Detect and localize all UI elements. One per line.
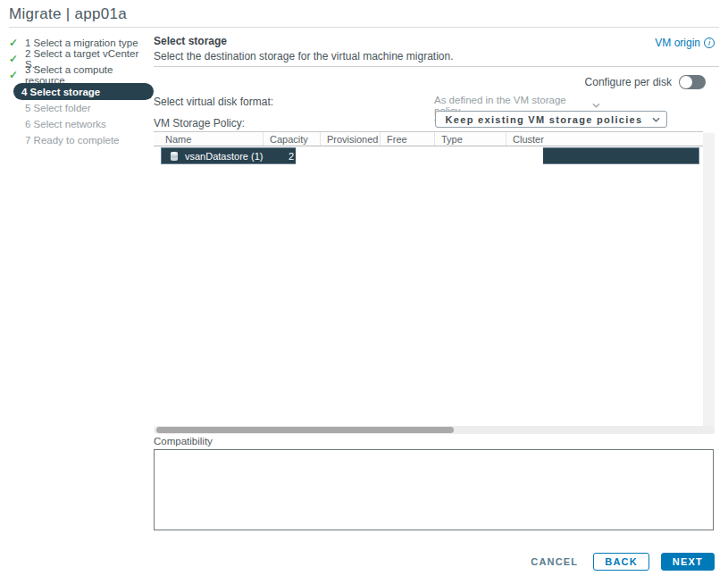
step-label: 5 Select folder [25,103,91,113]
column-header-name[interactable]: Name [154,132,264,146]
dialog-title: Migrate | app01a [9,5,127,23]
check-icon: ✓ [9,69,18,81]
disk-format-label: Select virtual disk format: [154,96,273,108]
datastore-icon [169,151,180,162]
step-label: 1 Select a migration type [25,38,138,48]
step-ready-to-complete[interactable]: 7 Ready to complete [7,132,154,148]
datastore-table-body: vsanDatastore (1) 2 [154,147,703,425]
chevron-down-icon [652,117,660,122]
page-subtitle: Select the destination storage for the v… [154,50,454,63]
step-select-folder[interactable]: 5 Select folder [7,100,154,116]
compatibility-panel [154,449,714,530]
cancel-button[interactable]: CANCEL [527,553,582,571]
footer-button-bar: CANCEL BACK NEXT [527,553,715,571]
check-icon: ✓ [9,53,18,65]
configure-per-disk-label: Configure per disk [585,76,672,88]
next-button[interactable]: NEXT [661,553,715,571]
storage-policy-label: VM Storage Policy: [154,117,245,129]
column-header-free[interactable]: Free [381,132,435,146]
horizontal-scrollbar-thumb[interactable] [156,427,454,433]
column-header-type[interactable]: Type [435,132,506,146]
page-title: Select storage [154,35,227,47]
migrate-wizard-dialog: Migrate | app01a ✓ 1 Select a migration … [0,0,728,584]
wizard-steps-sidebar: ✓ 1 Select a migration type ✓ 2 Select a… [7,35,154,148]
vm-origin-link[interactable]: VM origin i [655,37,715,49]
step-label: 7 Ready to complete [25,135,119,146]
configure-per-disk-row: Configure per disk [585,75,706,89]
storage-policy-value: Keep existing VM storage policies [436,114,652,125]
datastore-capacity: 2 [289,151,294,162]
compatibility-label: Compatibility [154,436,213,446]
configure-per-disk-toggle[interactable] [679,75,706,89]
step-select-storage[interactable]: 4 Select storage [13,83,154,100]
check-icon: ✓ [9,37,18,49]
step-select-compute-resource[interactable]: ✓ 3 Select a compute resource [7,67,154,83]
title-divider [9,27,719,28]
step-label: 4 Select storage [21,87,100,97]
column-header-capacity[interactable]: Capacity [264,132,321,146]
column-header-cluster[interactable]: Cluster [506,132,703,146]
info-icon: i [704,38,715,48]
storage-policy-select[interactable]: Keep existing VM storage policies [435,111,667,128]
step-select-networks[interactable]: 6 Select networks [7,116,154,132]
table-row-vsandatastore[interactable]: vsanDatastore (1) 2 [161,147,699,164]
row-blank-area [296,146,543,167]
column-header-provisioned[interactable]: Provisioned [321,132,381,146]
header-divider [154,66,719,67]
vertical-scrollbar-gutter[interactable] [703,133,715,434]
toggle-knob-icon [680,76,692,88]
chevron-down-icon [592,103,600,108]
horizontal-scrollbar-track[interactable] [154,426,715,434]
back-button[interactable]: BACK [593,553,649,571]
datastore-name: vsanDatastore (1) [185,151,263,162]
vm-origin-label: VM origin [655,37,700,49]
step-label: 6 Select networks [25,119,106,129]
datastore-table-header: Name Capacity Provisioned Free Type Clus… [154,131,703,146]
